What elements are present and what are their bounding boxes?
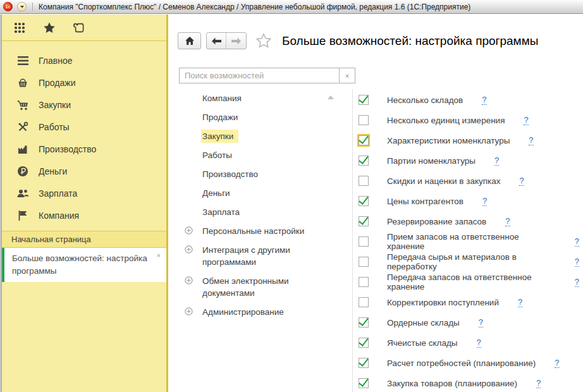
settings-section-nav: Компания Продажи Закупки Работы Производ… <box>168 89 350 322</box>
checkbox[interactable] <box>359 338 369 348</box>
clear-search-icon[interactable]: × <box>339 68 355 83</box>
option-row: Корректировки поступлений ? <box>359 292 579 312</box>
expand-plus-icon[interactable] <box>185 226 193 235</box>
help-link[interactable]: ? <box>575 278 579 287</box>
open-tab-title: Больше возможностей: настройка программы <box>12 254 147 276</box>
sidebar-item-zarplata[interactable]: Зарплата <box>2 182 166 204</box>
help-link[interactable]: ? <box>536 379 541 388</box>
help-link[interactable]: ? <box>482 197 487 206</box>
checkbox[interactable] <box>359 236 369 247</box>
open-tab-more-features[interactable]: × Больше возможностей: настройка програм… <box>2 248 166 282</box>
expand-plus-icon[interactable] <box>185 276 193 285</box>
nav-item-raboty[interactable]: Работы <box>168 146 350 165</box>
expand-plus-icon[interactable] <box>185 245 193 254</box>
nav-item-kompaniya[interactable]: Компания <box>168 89 350 108</box>
feature-options-list: Несколько складов ? Несколько единиц изм… <box>359 90 579 392</box>
help-link[interactable]: ? <box>519 176 524 186</box>
option-label[interactable]: Партии номенклатуры <box>387 156 476 166</box>
checkbox[interactable] <box>359 358 369 368</box>
favorites-star-icon[interactable] <box>42 21 56 35</box>
nav-item-dengi[interactable]: Деньги <box>168 184 350 203</box>
nav-item-obmen-dokumentami[interactable]: Обмен электронными документами <box>168 272 350 303</box>
sidebar-item-glavnoe[interactable]: Главное <box>2 49 166 71</box>
option-label[interactable]: Прием запасов на ответственное хранение <box>387 232 556 251</box>
titlebar-divider <box>32 3 33 11</box>
column-divider <box>352 89 353 392</box>
apps-grid-icon[interactable] <box>13 21 27 35</box>
option-label[interactable]: Ячеистые склады <box>387 338 458 348</box>
option-row: Прием запасов на ответственное хранение … <box>359 231 579 252</box>
option-label[interactable]: Скидки и наценки в закупках <box>387 176 500 186</box>
help-link[interactable]: ? <box>524 116 528 125</box>
help-link[interactable]: ? <box>529 136 533 145</box>
back-button[interactable] <box>207 33 226 49</box>
add-to-favorites-star-icon[interactable] <box>255 32 273 49</box>
people-icon <box>15 187 30 200</box>
nav-item-proizvodstvo[interactable]: Производство <box>168 165 350 184</box>
nav-item-prodazhi[interactable]: Продажи <box>168 108 350 127</box>
system-menu-button[interactable] <box>17 2 27 11</box>
help-link[interactable]: ? <box>575 257 579 267</box>
sidebar-item-raboty[interactable]: Работы <box>2 116 166 138</box>
sidebar-item-proizvodstvo[interactable]: Производство <box>2 138 166 160</box>
sidebar-item-zakupki[interactable]: Закупки <box>2 94 166 116</box>
help-link[interactable]: ? <box>518 298 522 307</box>
option-label[interactable]: Передача сырья и материалов в переработк… <box>387 252 556 271</box>
option-label[interactable]: Закупка товаров (планирование) <box>387 379 517 388</box>
home-button[interactable] <box>178 32 201 49</box>
help-link[interactable]: ? <box>555 358 559 368</box>
checkbox[interactable] <box>359 297 369 307</box>
option-label[interactable]: Характеристики номенклатуры <box>387 136 510 145</box>
option-label[interactable]: Резервирование запасов <box>387 217 486 226</box>
expand-plus-icon[interactable] <box>185 307 193 315</box>
nav-item-integraciya[interactable]: Интеграция с другими программами <box>168 241 350 272</box>
option-label[interactable]: Цены контрагентов <box>387 197 463 206</box>
sidebar-item-dengi[interactable]: Деньги <box>2 160 166 182</box>
option-label[interactable]: Передача запасов на ответственное хранен… <box>387 273 556 291</box>
option-label[interactable]: Несколько складов <box>387 95 463 105</box>
option-row: Партии номенклатуры ? <box>359 150 579 171</box>
nav-item-administrirovanie[interactable]: Администрирование <box>168 303 350 322</box>
checkbox[interactable] <box>359 196 369 206</box>
sidebar-item-label: Закупки <box>39 100 71 110</box>
sidebar-item-prodazhi[interactable]: Продажи <box>2 71 166 94</box>
home-page-section[interactable]: Начальная страница <box>2 231 166 248</box>
help-link[interactable]: ? <box>477 338 481 348</box>
nav-item-personalnye-nastroyki[interactable]: Персональные настройки <box>168 222 350 241</box>
option-label[interactable]: Расчет потребностей (планирование) <box>387 358 536 368</box>
checkbox[interactable] <box>359 216 369 226</box>
option-label[interactable]: Несколько единиц измерения <box>387 116 505 125</box>
checkbox[interactable] <box>359 156 369 166</box>
option-label[interactable]: Корректировки поступлений <box>387 298 499 307</box>
help-link[interactable]: ? <box>575 237 579 247</box>
close-icon[interactable]: × <box>157 251 161 261</box>
search-input[interactable] <box>180 68 339 83</box>
checkbox[interactable] <box>359 277 369 287</box>
checkbox[interactable] <box>359 115 369 125</box>
sidebar-item-kompaniya[interactable]: Компания <box>2 204 166 226</box>
history-icon[interactable] <box>72 21 86 35</box>
option-row: Несколько складов ? <box>359 90 579 110</box>
help-link[interactable]: ? <box>505 217 510 226</box>
sidebar-item-label: Зарплата <box>39 188 77 199</box>
checkbox[interactable] <box>359 378 369 388</box>
checkbox[interactable] <box>359 317 369 328</box>
option-row: Передача запасов на ответственное хранен… <box>359 272 579 292</box>
help-link[interactable]: ? <box>479 318 483 328</box>
option-row: Передача сырья и материалов в переработк… <box>359 252 579 272</box>
nav-item-zarplata[interactable]: Зарплата <box>168 203 350 222</box>
page-header: Больше возможностей: настройка программы <box>178 32 538 49</box>
basket-icon <box>15 77 30 89</box>
checkbox[interactable] <box>359 257 369 267</box>
app-logo-icon[interactable]: 1с <box>3 2 13 11</box>
option-label[interactable]: Ордерные склады <box>387 318 460 328</box>
sidebar-menu: Главное Продажи Закупки <box>2 41 166 226</box>
checkbox[interactable] <box>359 176 369 186</box>
help-link[interactable]: ? <box>482 95 486 105</box>
help-link[interactable]: ? <box>494 156 499 166</box>
checkbox[interactable] <box>359 135 369 145</box>
checkbox[interactable] <box>359 95 369 105</box>
nav-item-zakupki[interactable]: Закупки <box>168 127 350 146</box>
forward-button[interactable] <box>226 33 246 49</box>
flag-icon <box>15 209 30 222</box>
